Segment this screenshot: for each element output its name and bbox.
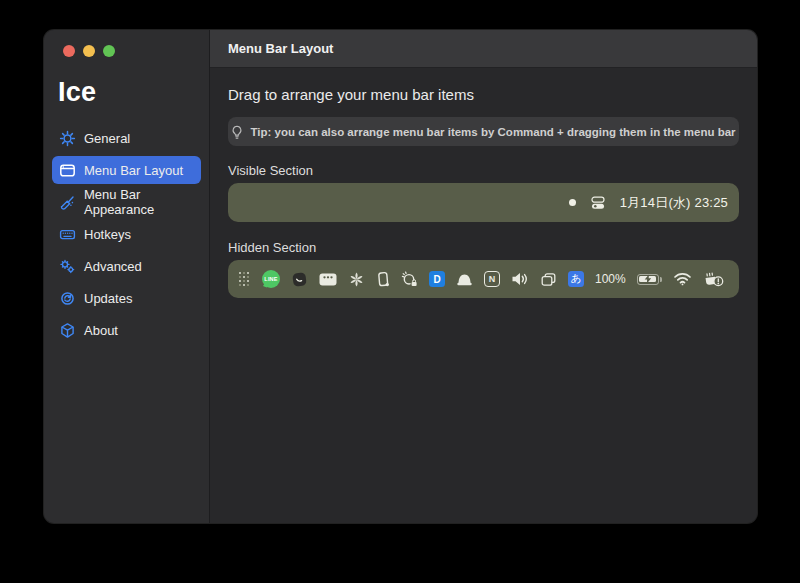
gears-icon <box>59 258 76 275</box>
battery-charging-icon[interactable] <box>637 274 663 285</box>
visible-section-bar[interactable]: 1月14日(水) 23:25 <box>228 183 739 222</box>
sidebar-nav: General Menu Bar Layout <box>44 124 209 344</box>
paintbrush-icon <box>59 194 76 211</box>
line-app-icon[interactable]: LINE <box>262 270 280 288</box>
lightbulb-icon <box>231 125 243 139</box>
battery-percent[interactable]: 100% <box>595 272 626 286</box>
chatgpt-icon[interactable] <box>348 271 365 288</box>
stacked-windows-icon[interactable] <box>540 272 557 287</box>
tip-banner: Tip: you can also arrange menu bar items… <box>228 117 739 146</box>
ice-dot[interactable] <box>569 199 576 206</box>
ice-settings-window: Ice General <box>44 30 757 523</box>
titlebar: Menu Bar Layout <box>210 30 757 68</box>
notion-icon[interactable]: N <box>484 271 500 287</box>
deepl-letter: D <box>433 274 440 285</box>
pot-alert-icon[interactable] <box>703 271 724 288</box>
minimize-button[interactable] <box>83 45 95 57</box>
visible-section-label: Visible Section <box>228 163 739 178</box>
menubar-window-icon <box>59 162 76 179</box>
phone-mirroring-icon[interactable] <box>376 271 390 288</box>
sidebar-item-label: Updates <box>84 291 132 306</box>
sidebar-item-general[interactable]: General <box>52 124 201 152</box>
close-button[interactable] <box>63 45 75 57</box>
sidebar-item-advanced[interactable]: Advanced <box>52 252 201 280</box>
sidebar-item-label: General <box>84 131 130 146</box>
sidebar-item-menu-bar-layout[interactable]: Menu Bar Layout <box>52 156 201 184</box>
sidebar-item-label: About <box>84 323 118 338</box>
menu-bar-layout-content: Drag to arrange your menu bar items Tip:… <box>210 68 757 523</box>
hidden-section-label: Hidden Section <box>228 240 739 255</box>
hidden-section-bar[interactable]: LINE <box>228 260 739 298</box>
kana-letter: あ <box>571 272 582 286</box>
dome-icon[interactable] <box>456 272 473 287</box>
ice-menubars-icon[interactable] <box>590 195 606 211</box>
tip-text: Tip: you can also arrange menu bar items… <box>250 126 735 138</box>
speaker-icon[interactable] <box>511 272 529 286</box>
drag-grid-handle[interactable] <box>239 271 251 287</box>
window-dots-icon[interactable] <box>319 273 337 286</box>
sidebar-item-label: Hotkeys <box>84 227 131 242</box>
zoom-button[interactable] <box>103 45 115 57</box>
page-title: Menu Bar Layout <box>228 41 333 56</box>
main-pane: Menu Bar Layout Drag to arrange your men… <box>210 30 757 523</box>
traffic-lights <box>44 30 209 57</box>
drag-instruction: Drag to arrange your menu bar items <box>228 86 739 103</box>
japanese-input-icon[interactable]: あ <box>568 271 584 287</box>
cube-icon <box>59 322 76 339</box>
sidebar-item-menu-bar-appearance[interactable]: Menu Bar Appearance <box>52 188 201 216</box>
sidebar-item-about[interactable]: About <box>52 316 201 344</box>
sidebar-item-updates[interactable]: Updates <box>52 284 201 312</box>
sidebar-item-label: Menu Bar Layout <box>84 163 183 178</box>
notion-letter: N <box>489 274 496 284</box>
sidebar: Ice General <box>44 30 210 523</box>
gear-icon <box>59 130 76 147</box>
sidebar-item-label: Advanced <box>84 259 142 274</box>
clock-item[interactable]: 1月14日(水) 23:25 <box>620 194 728 212</box>
sidebar-item-hotkeys[interactable]: Hotkeys <box>52 220 201 248</box>
line-label: LINE <box>264 276 277 282</box>
wifi-icon[interactable] <box>673 272 692 286</box>
app-title: Ice <box>58 77 209 108</box>
update-arrows-icon <box>59 290 76 307</box>
dark-app-icon[interactable] <box>291 271 308 288</box>
deepl-icon[interactable]: D <box>429 271 445 287</box>
keyboard-icon <box>59 226 76 243</box>
clock-lock-icon[interactable] <box>401 271 418 287</box>
sidebar-item-label: Menu Bar Appearance <box>84 187 201 217</box>
